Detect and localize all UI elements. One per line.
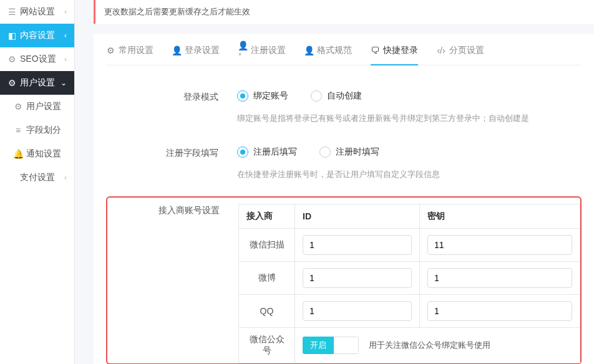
sidebar-subitem-field-division[interactable]: ≡ 字段划分 xyxy=(0,118,74,142)
form: 登录模式 绑定账号 自动创建 绑定账号是指将登录已 xyxy=(106,65,582,364)
alert-banner: 更改数据之后需要更新缓存之后才能生效 xyxy=(94,0,594,24)
tab-label: 快捷登录 xyxy=(383,45,418,56)
alert-text: 更改数据之后需要更新缓存之后才能生效 xyxy=(104,7,250,16)
wechat-mp-toggle[interactable]: 开启 xyxy=(303,337,359,354)
sidebar-item-label: 字段划分 xyxy=(26,125,61,136)
radio-auto-create[interactable]: 自动创建 xyxy=(311,90,362,102)
gear-icon: ⚙ xyxy=(14,102,22,112)
table-header-id: ID xyxy=(295,204,420,229)
comment-icon: 🗨 xyxy=(371,46,379,55)
radio-label: 注册时填写 xyxy=(336,146,379,158)
row-register-fields: 注册字段填写 注册后填写 注册时填写 在快捷登录注 xyxy=(106,146,582,180)
sidebar-item-label: 支付设置 xyxy=(20,172,55,183)
table-row: QQ xyxy=(239,295,580,328)
radio-dot-icon xyxy=(319,146,331,158)
bell-icon: 🔔 xyxy=(14,149,22,159)
field-label: 接入商账号设置 xyxy=(107,204,238,216)
user-plus-icon: 👤⁺ xyxy=(238,46,247,55)
sidebar-item-label: 用户设置 xyxy=(26,101,61,112)
chevron-left-icon: ‹ xyxy=(64,31,67,40)
radio-label: 注册后填写 xyxy=(253,146,297,158)
provider-name: 微博 xyxy=(239,262,295,295)
field-icon: ≡ xyxy=(14,125,22,135)
tab-label: 分页设置 xyxy=(449,45,484,56)
table-header-secret: 密钥 xyxy=(420,204,580,229)
row-providers: 接入商账号设置 接入商 ID 密钥 xyxy=(107,204,580,363)
highlight-box: 接入商账号设置 接入商 ID 密钥 xyxy=(106,196,582,364)
radio-after-register[interactable]: 注册后填写 xyxy=(237,146,297,158)
provider-id-input[interactable] xyxy=(303,301,412,321)
wechat-mp-desc: 用于关注微信公众号绑定账号使用 xyxy=(369,340,490,350)
providers-table: 接入商 ID 密钥 微信扫描 xyxy=(238,204,580,363)
tab-label: 常用设置 xyxy=(119,45,153,56)
tab-quick-login[interactable]: 🗨 快捷登录 xyxy=(371,45,418,65)
sidebar-item-label: 内容设置 xyxy=(20,30,55,41)
provider-id-input[interactable] xyxy=(303,268,412,288)
sidebar-item-label: 通知设置 xyxy=(26,148,61,160)
table-row-wechat-mp: 微信公众号 开启 用于关注微信公众号绑定账号使用 xyxy=(239,328,580,363)
radio-dot-icon xyxy=(311,90,322,102)
table-row: 微信扫描 xyxy=(239,229,580,262)
switch-off-side xyxy=(334,337,359,354)
gear-icon: ☰ xyxy=(7,7,16,17)
provider-secret-input[interactable] xyxy=(427,235,572,255)
tab-format[interactable]: 👤 格式规范 xyxy=(304,45,352,65)
tab-general[interactable]: ⚙ 常用设置 xyxy=(106,45,153,65)
field-hint: 绑定账号是指将登录已有账号或者注册新账号并绑定到第三方登录中；自动创建是 xyxy=(237,113,582,124)
tab-label: 格式规范 xyxy=(317,45,352,56)
code-icon: ‹/› xyxy=(437,46,446,55)
switch-on-label: 开启 xyxy=(303,337,334,354)
radio-label: 自动创建 xyxy=(327,90,362,102)
tabs: ⚙ 常用设置 👤 登录设置 👤⁺ 注册设置 👤 格式规范 🗨 快捷登 xyxy=(106,34,582,65)
radio-bind-account[interactable]: 绑定账号 xyxy=(237,90,288,102)
tab-register[interactable]: 👤⁺ 注册设置 xyxy=(238,45,286,65)
tab-login[interactable]: 👤 登录设置 xyxy=(172,45,220,65)
field-hint: 在快捷登录注册账号时，是否让用户填写自定义字段信息 xyxy=(237,169,582,180)
sidebar-item-site-settings[interactable]: ☰ 网站设置 ‹ xyxy=(0,0,74,24)
chevron-left-icon: ‹ xyxy=(64,55,67,64)
table-row: 微博 xyxy=(239,262,580,295)
tab-label: 登录设置 xyxy=(185,45,220,56)
gear-icon: ⚙ xyxy=(7,54,16,64)
sidebar-item-payment-settings[interactable]: 支付设置 ‹ xyxy=(0,166,74,189)
provider-secret-input[interactable] xyxy=(427,301,572,321)
gear-icon: ◧ xyxy=(7,31,16,41)
sidebar-item-label: SEO设置 xyxy=(20,54,56,65)
sidebar-item-content-settings[interactable]: ◧ 内容设置 ‹ xyxy=(0,24,74,47)
provider-secret-input[interactable] xyxy=(427,268,572,288)
field-label: 注册字段填写 xyxy=(106,146,237,159)
sidebar-item-label: 用户设置 xyxy=(20,77,55,89)
radio-during-register[interactable]: 注册时填写 xyxy=(319,146,379,158)
user-dot-icon: 👤 xyxy=(304,46,313,55)
main-content: 更改数据之后需要更新缓存之后才能生效 ⚙ 常用设置 👤 登录设置 👤⁺ 注册设置… xyxy=(75,0,594,364)
chevron-left-icon: ‹ xyxy=(64,7,67,16)
gear-icon: ⚙ xyxy=(106,46,115,55)
tab-label: 注册设置 xyxy=(251,45,286,56)
field-label: 登录模式 xyxy=(106,90,237,103)
sidebar-item-user-settings[interactable]: ⚙ 用户设置 ⌄ xyxy=(0,71,74,95)
radio-dot-icon xyxy=(237,146,248,158)
chevron-down-icon: ⌄ xyxy=(61,79,67,87)
sidebar-item-seo-settings[interactable]: ⚙ SEO设置 ‹ xyxy=(0,47,74,71)
sidebar-subitem-notification-settings[interactable]: 🔔 通知设置 xyxy=(0,142,74,166)
tab-pagination[interactable]: ‹/› 分页设置 xyxy=(437,45,484,65)
provider-name: 微信扫描 xyxy=(239,229,295,262)
settings-panel: ⚙ 常用设置 👤 登录设置 👤⁺ 注册设置 👤 格式规范 🗨 快捷登 xyxy=(94,34,594,364)
table-header-provider: 接入商 xyxy=(239,204,295,229)
row-login-mode: 登录模式 绑定账号 自动创建 绑定账号是指将登录已 xyxy=(106,90,582,124)
provider-name: QQ xyxy=(239,295,295,328)
chevron-left-icon: ‹ xyxy=(64,173,67,182)
sidebar-subitem-user-settings[interactable]: ⚙ 用户设置 xyxy=(0,95,74,118)
provider-name: 微信公众号 xyxy=(239,328,295,363)
radio-dot-icon xyxy=(237,90,248,102)
radio-label: 绑定账号 xyxy=(253,90,288,102)
gear-icon: ⚙ xyxy=(7,78,16,88)
sidebar: ☰ 网站设置 ‹ ◧ 内容设置 ‹ ⚙ SEO设置 ‹ ⚙ 用户设置 ⌄ ⚙ 用… xyxy=(0,0,75,364)
user-icon: 👤 xyxy=(172,46,181,55)
provider-id-input[interactable] xyxy=(303,235,412,255)
sidebar-item-label: 网站设置 xyxy=(20,6,55,17)
